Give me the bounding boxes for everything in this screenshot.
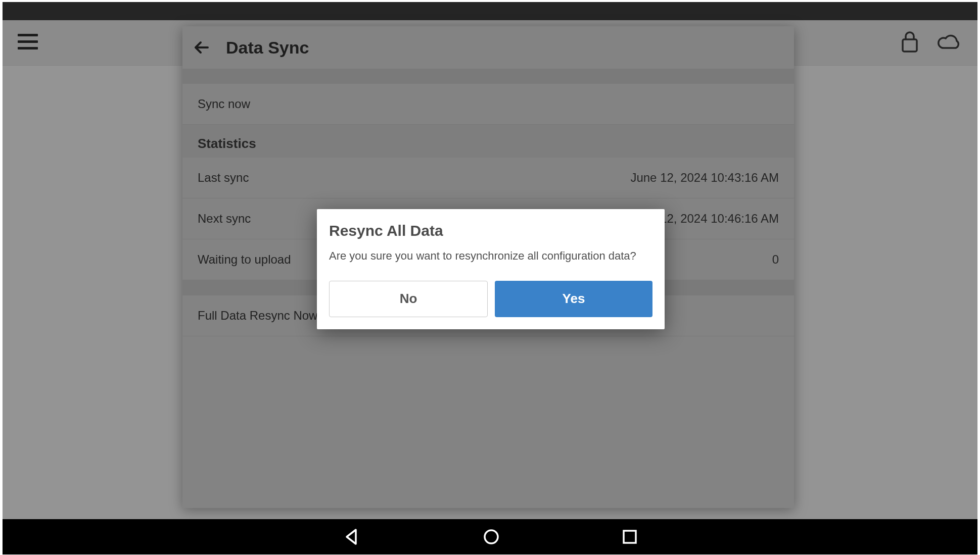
svg-rect-2 xyxy=(624,531,636,543)
android-nav-bar xyxy=(3,519,977,554)
nav-back-icon[interactable] xyxy=(343,528,361,546)
dialog-title: Resync All Data xyxy=(329,222,652,239)
svg-point-1 xyxy=(485,530,498,543)
yes-button-label: Yes xyxy=(563,291,585,307)
nav-recent-icon[interactable] xyxy=(622,529,638,545)
no-button[interactable]: No xyxy=(329,281,488,317)
dialog-message: Are you sure you want to resynchronize a… xyxy=(329,248,652,264)
no-button-label: No xyxy=(400,291,417,307)
android-status-bar xyxy=(3,2,977,20)
yes-button[interactable]: Yes xyxy=(495,281,652,317)
nav-home-icon[interactable] xyxy=(482,528,500,546)
resync-dialog: Resync All Data Are you sure you want to… xyxy=(317,209,665,329)
